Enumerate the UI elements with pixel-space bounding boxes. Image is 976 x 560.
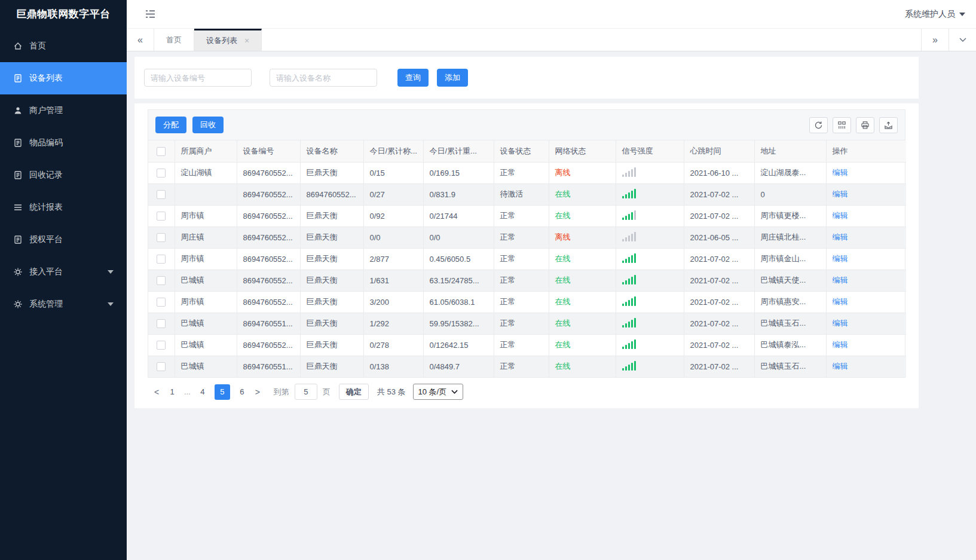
cell-device-no: 8694760552... bbox=[237, 162, 300, 183]
table-header-row: 所属商户 设备编号 设备名称 今日/累计称... 今日/累计重... 设备状态 … bbox=[148, 140, 906, 162]
sidebar-item-access-platform[interactable]: 接入平台 bbox=[0, 256, 127, 288]
document-icon bbox=[13, 74, 23, 83]
row-checkbox[interactable] bbox=[157, 341, 166, 350]
tab-home[interactable]: 首页 bbox=[154, 29, 194, 51]
edit-link[interactable]: 编辑 bbox=[833, 319, 848, 328]
query-button[interactable]: 查询 bbox=[397, 69, 429, 87]
signal-strength-icon bbox=[622, 361, 637, 371]
cell-address: 巴城镇天使... bbox=[754, 270, 826, 291]
pagination: < 1 ... 4 5 6 > 到第 页 确定 共 53 条 10 条/页 bbox=[148, 384, 905, 400]
page-button-5-active[interactable]: 5 bbox=[215, 384, 230, 400]
export-button[interactable] bbox=[879, 117, 898, 133]
cell-merchant: 巴城镇 bbox=[175, 356, 237, 377]
page-button-6[interactable]: 6 bbox=[236, 387, 248, 396]
cell-heartbeat: 2021-07-02 ... bbox=[684, 248, 754, 270]
device-name-input[interactable] bbox=[270, 69, 377, 87]
print-button[interactable] bbox=[856, 117, 874, 133]
edit-link[interactable]: 编辑 bbox=[833, 297, 848, 306]
row-checkbox[interactable] bbox=[157, 212, 166, 221]
sidebar-item-device-list[interactable]: 设备列表 bbox=[0, 62, 127, 94]
prev-page-button[interactable]: < bbox=[150, 387, 163, 397]
sidebar-item-item-codes[interactable]: 物品编码 bbox=[0, 127, 127, 159]
app-title: 巨鼎物联网数字平台 bbox=[0, 0, 127, 29]
tab-spacer bbox=[262, 29, 921, 51]
tab-device-list[interactable]: 设备列表 × bbox=[194, 29, 262, 51]
cell-today-count: 3/200 bbox=[363, 291, 423, 313]
row-checkbox[interactable] bbox=[157, 319, 166, 328]
row-checkbox[interactable] bbox=[157, 169, 166, 178]
cell-heartbeat: 2021-07-02 ... bbox=[684, 183, 754, 205]
table-row: 8694760552... 8694760552... 0/27 0/831.9… bbox=[148, 183, 906, 205]
cell-device-name: 巨鼎天衡 bbox=[300, 227, 363, 248]
col-device-status: 设备状态 bbox=[494, 140, 549, 162]
cell-device-no: 8694760552... bbox=[237, 291, 300, 313]
cell-merchant: 周庄镇 bbox=[175, 227, 237, 248]
row-checkbox[interactable] bbox=[157, 276, 166, 285]
document-icon bbox=[13, 138, 23, 148]
edit-link[interactable]: 编辑 bbox=[833, 362, 848, 371]
next-page-button[interactable]: > bbox=[251, 387, 264, 397]
recycle-button[interactable]: 回收 bbox=[192, 117, 224, 133]
cell-address: 巴城镇泰泓... bbox=[754, 334, 826, 356]
row-checkbox[interactable] bbox=[157, 255, 166, 264]
cell-today-count: 0/138 bbox=[363, 356, 423, 377]
sidebar-item-system-mgmt[interactable]: 系统管理 bbox=[0, 288, 127, 320]
page-jump-input[interactable] bbox=[295, 384, 317, 400]
row-checkbox[interactable] bbox=[157, 190, 166, 199]
sidebar-item-statistics[interactable]: 统计报表 bbox=[0, 191, 127, 224]
sidebar-item-label: 商户管理 bbox=[29, 105, 63, 116]
signal-strength-icon bbox=[622, 167, 637, 177]
signal-strength-icon bbox=[622, 232, 637, 241]
column-settings-button[interactable] bbox=[833, 117, 851, 133]
goto-label: 到第 bbox=[274, 387, 289, 397]
cell-device-no: 8694760551... bbox=[237, 356, 300, 377]
sidebar-item-merchant-mgmt[interactable]: 商户管理 bbox=[0, 94, 127, 127]
tabs-menu-button[interactable] bbox=[949, 29, 976, 51]
sidebar-item-label: 系统管理 bbox=[29, 299, 63, 310]
close-icon[interactable]: × bbox=[244, 36, 249, 45]
page-size-select[interactable]: 10 条/页 bbox=[413, 384, 464, 400]
confirm-button[interactable]: 确定 bbox=[339, 384, 369, 400]
edit-link[interactable]: 编辑 bbox=[833, 276, 848, 284]
user-menu[interactable]: 系统维护人员 bbox=[905, 9, 965, 20]
cell-today-count: 0/92 bbox=[363, 205, 423, 227]
col-signal: 信号强度 bbox=[616, 140, 684, 162]
refresh-button[interactable] bbox=[809, 117, 828, 133]
cell-address: 淀山湖晟泰... bbox=[754, 162, 826, 183]
row-checkbox[interactable] bbox=[157, 233, 166, 242]
sidebar-item-auth-platform[interactable]: 授权平台 bbox=[0, 224, 127, 256]
row-checkbox[interactable] bbox=[157, 298, 166, 307]
edit-link[interactable]: 编辑 bbox=[833, 211, 848, 220]
assign-button[interactable]: 分配 bbox=[155, 117, 186, 133]
sidebar-item-home[interactable]: 首页 bbox=[0, 30, 127, 62]
menu-toggle-icon[interactable] bbox=[145, 10, 156, 19]
cell-device-status: 待激活 bbox=[494, 183, 549, 205]
tabs-scroll-right-button[interactable]: » bbox=[921, 29, 949, 51]
sidebar-item-recycle-records[interactable]: 回收记录 bbox=[0, 159, 127, 191]
cell-device-name: 巨鼎天衡 bbox=[300, 313, 363, 334]
page-button-4[interactable]: 4 bbox=[197, 387, 209, 396]
cell-device-name: 巨鼎天衡 bbox=[300, 291, 363, 313]
edit-link[interactable]: 编辑 bbox=[833, 232, 848, 241]
col-device-name: 设备名称 bbox=[300, 140, 363, 162]
tabs-scroll-left-button[interactable]: « bbox=[127, 29, 154, 51]
add-button[interactable]: 添加 bbox=[437, 69, 468, 87]
device-no-input[interactable] bbox=[144, 69, 252, 87]
edit-link[interactable]: 编辑 bbox=[833, 168, 848, 177]
cell-signal bbox=[616, 291, 684, 313]
user-icon bbox=[13, 106, 23, 115]
cell-device-name: 巨鼎天衡 bbox=[300, 334, 363, 356]
col-today-count: 今日/累计称... bbox=[363, 140, 423, 162]
row-checkbox[interactable] bbox=[157, 362, 166, 371]
edit-link[interactable]: 编辑 bbox=[833, 254, 848, 263]
document-icon bbox=[13, 170, 23, 180]
select-all-checkbox[interactable] bbox=[157, 147, 166, 156]
page-button-1[interactable]: 1 bbox=[166, 387, 178, 396]
edit-link[interactable]: 编辑 bbox=[833, 340, 848, 349]
chevron-down-icon bbox=[451, 390, 458, 394]
device-table: 所属商户 设备编号 设备名称 今日/累计称... 今日/累计重... 设备状态 … bbox=[148, 140, 906, 377]
col-heartbeat: 心跳时间 bbox=[684, 140, 754, 162]
page-unit-label: 页 bbox=[323, 387, 331, 397]
cell-device-status: 正常 bbox=[494, 270, 549, 291]
edit-link[interactable]: 编辑 bbox=[833, 189, 848, 198]
